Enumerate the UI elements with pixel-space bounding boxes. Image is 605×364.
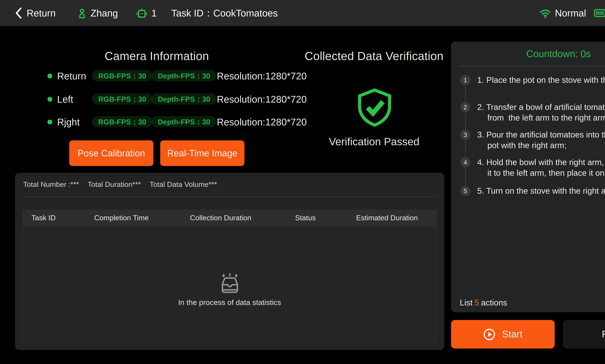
start-label: Start [502,329,523,340]
status-dot-icon [47,97,52,101]
robot-icon [136,7,147,19]
depth-fps-badge: Depth-FPS：30 [152,70,217,81]
top-bar: Return Zhang 1 Task ID：C [0,0,605,26]
camera-name: Left [57,93,73,105]
play-circle-icon [483,328,496,340]
divider [460,66,605,66]
verification-status-text: Verification Passed [277,136,471,148]
task-id-label: Task ID：CookTomatoes [171,7,278,20]
table-body-empty: In the process of data statistics [22,226,437,342]
action-text: 3. Pour the artificial tomatoes into the [477,130,605,140]
table-header-row: Task ID Completion Time Collection Durat… [22,209,437,226]
step-number-badge: 1 [460,75,470,85]
empty-state-text: In the process of data statistics [23,298,437,307]
pose-calibration-button[interactable]: Pose Calibration [69,140,154,166]
status-area: Normal 88% [539,0,605,26]
action-text: it to the left arm, then place it on the… [477,168,605,178]
note-prefix: List [460,298,473,307]
countdown-text: Countdown: 0s [451,48,605,60]
action-text: 1. Place the pot on the stove with the l… [477,75,605,85]
step-number-badge: 5 [460,186,470,196]
battery-icon [594,8,605,18]
action-text: 4. Hold the bowl with the right arm, tra… [477,157,605,168]
data-verification-section: Collected Data Verification Verification… [277,26,471,162]
wifi-icon [539,8,551,18]
action-text: pot with the right arm; [477,140,605,151]
action-item-3: 3 3. Pour the artificial tomatoes into t… [460,130,605,151]
camera-name: Return [57,70,86,82]
total-data-volume: Total Data Volume*** [150,180,217,188]
action-item-5: 5 5. Turn on the stove with the right ar… [460,186,605,196]
return-button[interactable]: Return [14,7,56,19]
column-task-id: Task ID [22,213,76,222]
operator-chip: Zhang [77,8,118,19]
rgb-fps-badge: RGB-FPS：30 [92,93,153,104]
status-dot-icon [47,119,52,124]
app-screen: Return Zhang 1 Task ID：C [0,0,605,364]
depth-fps-badge: Depth-FPS：30 [152,116,217,127]
status-dot-icon [47,74,52,78]
action-item-4: 4 4. Hold the bowl with the right arm, t… [460,157,605,178]
camera-section-title: Camera Information [60,49,254,63]
step-number-badge: 2 [460,102,470,112]
divider [23,196,437,197]
empty-inbox-icon [219,273,241,294]
total-number: Total Number :*** [23,180,79,188]
data-statistics-panel: Total Number :*** Total Duration*** Tota… [15,173,444,350]
operator-name: Zhang [90,8,118,19]
column-status: Status [274,213,337,222]
person-icon [77,8,87,18]
column-estimated-duration: Estimated Duration [337,213,437,222]
note-suffix: actions [481,298,507,307]
totals-row: Total Number :*** Total Duration*** Tota… [23,180,217,188]
rgb-fps-badge: RGB-FPS：30 [92,116,153,127]
action-item-1: 1 1. Place the pot on the stove with the… [460,75,605,85]
network-status: Normal [555,8,586,19]
action-text: 2. Transfer a bowl of artificial tomatoe… [477,102,605,113]
column-completion-time: Completion Time [76,213,167,222]
action-text: 5. Turn on the stove with the right arm. [477,186,605,196]
chevron-left-icon [14,7,22,19]
robot-count: 1 [151,8,157,19]
column-collection-duration: Collection Duration [167,213,274,222]
return-label: Return [27,8,56,19]
reset-button[interactable]: Reset [563,320,605,349]
step-number-badge: 4 [460,157,470,168]
note-count: 5 [475,298,479,307]
shield-check-icon [355,88,394,127]
action-list-panel: Countdown: 0s 1 1. Place the pot on the … [451,42,605,312]
rgb-fps-badge: RGB-FPS：30 [92,70,153,81]
robot-chip: 1 [136,7,157,19]
camera-name: Rjght [57,116,80,128]
total-duration: Total Duration*** [88,180,141,188]
action-text: from the left arm to the right arm; [477,113,605,123]
depth-fps-badge: Depth-FPS：30 [152,93,217,104]
action-count-note: List5actions [460,298,507,308]
real-time-image-button[interactable]: Real-Time Image [160,140,245,166]
verification-section-title: Collected Data Verification [277,49,471,63]
step-number-badge: 3 [460,130,470,140]
action-item-2: 2 2. Transfer a bowl of artificial tomat… [460,102,605,123]
start-button[interactable]: Start [451,320,555,349]
